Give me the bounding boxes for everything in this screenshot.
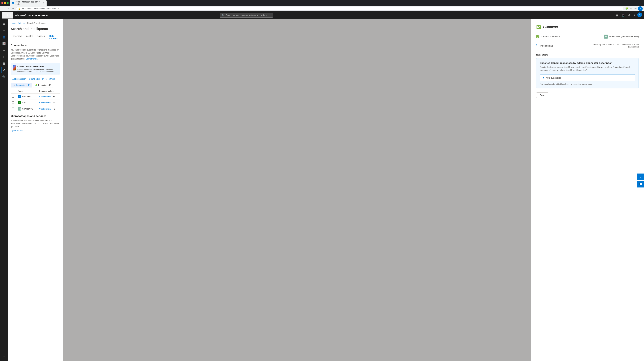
sidebar-item-settings[interactable]: ⚙ (1, 67, 7, 73)
conn-action-servicenow[interactable]: Create vertical (39, 108, 51, 110)
conn-action-extra-fileshare: | +2 (52, 95, 55, 98)
help-chat-button[interactable]: ? (637, 174, 644, 180)
left-sidebar: ☰ ⌂ 👤 📈 ◈ ⊞ 📋 ⚙ 🔍 ··· (0, 19, 8, 361)
sidebar-item-expand[interactable]: ☰ (1, 20, 7, 26)
ms-apps-title: Microsoft apps and services (11, 115, 60, 118)
step-done-icon: ✅ (536, 35, 540, 38)
main-layout: ☰ ⌂ 👤 📈 ◈ ⊞ 📋 ⚙ 🔍 ··· Home › Settings › … (0, 19, 644, 361)
page-content: Home › Settings › Search & intelligence … (8, 19, 644, 361)
active-browser-tab[interactable]: M Home - Microsoft 365 admin center ✕ (10, 0, 46, 6)
sub-tab-connections[interactable]: 🔗 Connections (3) (11, 83, 32, 87)
window-close-button[interactable] (1, 2, 3, 4)
servicenow-icon (604, 34, 608, 38)
back-button[interactable]: ← (1, 7, 5, 11)
tab-bar: M Home - Microsoft 365 admin center ✕ + (10, 0, 643, 6)
new-tab-button[interactable]: + (47, 1, 51, 5)
sidebar-item-search[interactable]: 🔍 (1, 74, 7, 80)
select-all-checkbox[interactable] (12, 90, 14, 92)
refresh-icon: ↻ (46, 78, 47, 80)
address-more-button[interactable]: ⋯ (634, 6, 637, 11)
breadcrumb-settings[interactable]: Settings (18, 22, 25, 24)
col-required-actions: Required actions (38, 89, 60, 94)
sidebar-item-copilot[interactable]: ◈ (1, 47, 7, 53)
promo-icon (13, 65, 16, 70)
table-row: S SAP Create vertical | +2 (11, 100, 60, 106)
url-bar[interactable]: 🔒 https://admin.microsoft.com/#/datasour… (16, 7, 624, 11)
sidebar-item-grid[interactable]: ⊞ (1, 54, 7, 60)
tab-close-button[interactable]: ✕ (43, 2, 44, 4)
profile-avatar[interactable]: A (638, 6, 643, 11)
create-extension-button[interactable]: + Create extension (27, 77, 44, 81)
row-checkbox-sap[interactable] (12, 101, 14, 104)
edit-note: This can always be edited later from the… (540, 83, 635, 85)
breadcrumb-sep-2: › (26, 22, 26, 24)
tab-overview[interactable]: Overview (11, 33, 24, 41)
breadcrumb-home[interactable]: Home (11, 22, 16, 24)
breadcrumb: Home › Settings › Search & intelligence (11, 22, 60, 24)
forward-button[interactable]: → (6, 7, 10, 11)
add-connection-button[interactable]: + Add connection (11, 77, 26, 81)
refresh-button[interactable]: ↻ Refresh (46, 77, 55, 81)
mobile-icon[interactable]: 📱 (620, 12, 626, 18)
global-search-bar[interactable]: 🔍 Search for users, groups, settings, an… (220, 13, 273, 18)
row-checkbox-fileshare[interactable] (12, 95, 14, 98)
page-title: Search and intelligence (11, 27, 60, 31)
sidebar-item-analytics[interactable]: 📈 (1, 40, 7, 46)
right-panel: ✅ Success ✅ Created connection (63, 19, 644, 361)
favorites-icon[interactable]: ☆ (630, 6, 633, 11)
step-created-connection: ✅ Created connection (536, 33, 639, 40)
top-nav: ⋮⋮⋮ Microsoft 365 Admin center 🔍 Search … (0, 11, 644, 19)
sidebar-item-more[interactable]: ··· (1, 354, 7, 360)
success-title: Success (543, 25, 558, 29)
done-button[interactable]: Done (536, 92, 548, 98)
col-name: Name (17, 89, 38, 94)
modal-panel: ✅ Success ✅ Created connection (531, 19, 644, 361)
auto-suggestion-icon: ✦ (542, 76, 544, 79)
help-floating-panel: ? 💬 (637, 174, 644, 187)
dynamics-365-link[interactable]: Dynamics 365 (11, 129, 60, 132)
step-loading-icon: ↻ (536, 44, 538, 47)
sub-tab-extensions[interactable]: 🧩 Extensions (0) (33, 83, 53, 87)
servicenow-badge: ServiceNow (ServiceNow KB1) (604, 34, 639, 38)
window-minimize-button[interactable] (4, 2, 6, 4)
browser-chrome: M Home - Microsoft 365 admin center ✕ + (0, 0, 644, 6)
sidebar-item-users[interactable]: 👤 (1, 34, 7, 40)
auto-suggestion-box[interactable]: ✦ Auto suggestion (540, 74, 635, 81)
tab-data-sources[interactable]: Data sources (48, 33, 60, 41)
next-steps-title: Next steps (536, 53, 639, 56)
window-maximize-button[interactable] (7, 2, 9, 4)
breadcrumb-sep-1: › (17, 22, 17, 24)
enhance-desc: Specify the type of content (e.g. IT hel… (540, 66, 635, 72)
promo-content: Create Copilot extensions Elevate workfl… (18, 65, 58, 72)
refresh-button[interactable]: ↻ (11, 7, 15, 11)
user-avatar[interactable]: A (637, 12, 642, 17)
enhance-title: Enhance Copilot responses by adding Conn… (540, 61, 635, 64)
connections-section-title: Connections (11, 44, 60, 47)
help-icon[interactable]: ? (632, 12, 637, 18)
conn-action-sap[interactable]: Create vertical (39, 102, 51, 104)
step-label-created: Created connection (542, 35, 560, 38)
help-feedback-button[interactable]: 💬 (637, 181, 644, 187)
dashboard-icon[interactable]: ⊟ (615, 12, 620, 18)
conn-name-servicenow: SN ServiceNow (18, 107, 36, 110)
conn-action-fileshare[interactable]: Create vertical (39, 96, 51, 98)
settings-icon[interactable]: ⚙ (627, 12, 632, 18)
next-steps-section: Next steps Enhance Copilot responses by … (536, 53, 639, 88)
app-title: Microsoft 365 Admin center (15, 14, 48, 17)
extensions-icon[interactable]: 🧩 (625, 6, 629, 11)
tab-insights[interactable]: Insights (24, 33, 35, 41)
sidebar-item-reports[interactable]: 📋 (1, 60, 7, 66)
servicenow-label: ServiceNow (ServiceNow KB1) (609, 35, 639, 38)
col-checkbox (11, 89, 17, 94)
step-desc-indexing: This may take a while and will continue … (582, 43, 639, 48)
conn-name-sap: S SAP (18, 101, 36, 104)
learn-more-link[interactable]: Learn more a... (26, 58, 39, 60)
waffle-menu-icon[interactable]: ⋮⋮⋮ (2, 12, 13, 19)
window-controls (1, 2, 9, 4)
promo-desc: Elevate workflows with additional knowle… (18, 68, 58, 72)
step-indexing-data: ↻ Indexing data This may take a while an… (536, 42, 639, 49)
sidebar-item-home[interactable]: ⌂ (1, 27, 7, 33)
svg-point-1 (605, 36, 606, 37)
tab-answers[interactable]: Answers (35, 33, 48, 41)
row-checkbox-servicenow[interactable] (12, 107, 14, 110)
